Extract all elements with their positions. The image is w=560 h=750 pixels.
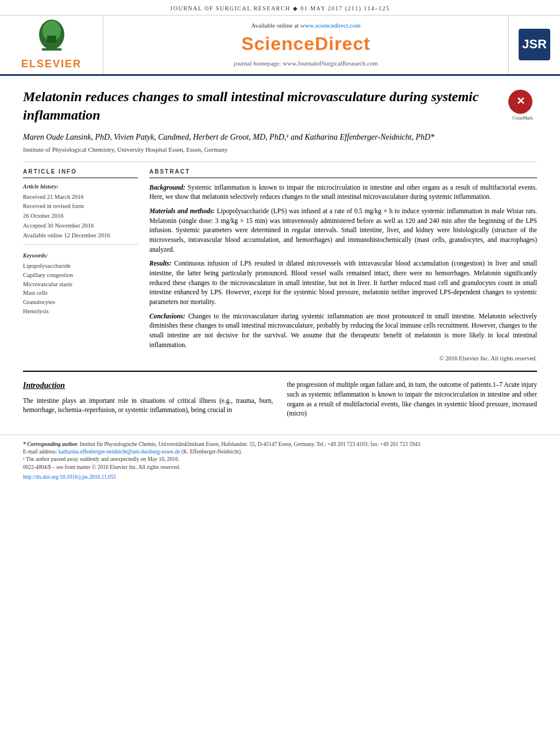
intro-right: the progression of multiple organ failur… [287,380,538,423]
revised-label: Received in revised form [23,202,138,211]
corresponding-label: * Corresponding author. [23,441,78,447]
authors: Maren Oude Lansink, PhD, Vivien Patyk, C… [23,131,537,143]
abstract-results: Results: Continuous infusion of LPS resu… [149,259,537,306]
license-text: 0022-4804/$ – see front matter © 2016 El… [23,464,537,471]
abstract-mm: Materials and methods: Lipopolysaccharid… [149,206,537,254]
elsevier-logo: ELSEVIER [21,18,82,71]
background-label: Background: [149,184,186,191]
article-title-row: Melatonin reduces changes to small intes… [23,87,537,125]
intro-heading: Introduction [23,380,273,391]
sd-url[interactable]: www.sciencedirect.com [300,22,361,29]
sd-homepage: journal homepage: www.JournalofSurgicalR… [234,59,378,68]
journal-header: JOURNAL OF SURGICAL RESEARCH ◆ 01 MAY 20… [0,0,560,16]
article-info-col: ARTICLE INFO Article history: Received 2… [23,168,138,363]
jsr-box: JSR [519,29,550,60]
intro-right-para: the progression of multiple organ failur… [287,380,538,418]
keyword-1: Lipopolysaccharide [23,262,138,271]
keyword-3: Microvascular stasis [23,280,138,289]
elsevier-tree-icon [26,18,78,53]
article-info-label: ARTICLE INFO [23,168,138,178]
main-content: Melatonin reduces changes to small intes… [0,76,560,434]
crossmark-area: ✕ CrossMark [508,90,537,121]
intro-left: Introduction The intestine plays an impo… [23,380,273,423]
keywords-section: Keywords: Lipopolysaccharide Capillary c… [23,252,138,316]
received-date: Received 21 March 2016 [23,193,138,202]
divider-thick [23,371,537,372]
keyword-2: Capillary congestion [23,271,138,280]
sd-center: Available online at www.sciencedirect.co… [103,16,508,74]
mm-label: Materials and methods: [149,207,215,214]
intro-left-para: The intestine plays an important role in… [23,396,273,415]
corresponding-text: Institut für Physiologische Chemie, Univ… [80,441,422,447]
copyright: © 2016 Elsevier Inc. All rights reserved… [149,355,537,363]
available-date: Available online 12 December 2016 [23,232,138,240]
article-info-abstract-row: ARTICLE INFO Article history: Received 2… [23,168,537,363]
abstract-label: ABSTRACT [149,168,537,178]
keyword-4: Mast cells [23,289,138,298]
footer: * Corresponding author. Institut für Phy… [0,434,560,487]
doi-link[interactable]: http://dx.doi.org/10.1016/j.jss.2016.11.… [23,474,537,481]
keyword-5: Granulocytes [23,298,138,307]
abstract-col: ABSTRACT Background: Systemic inflammati… [149,168,537,363]
keywords-label: Keywords: [23,252,138,260]
email-link[interactable]: katharina.effenberger-neidnicht@uni-duis… [59,449,180,455]
intro-section: Introduction The intestine plays an impo… [23,380,537,423]
divider-keywords [23,244,138,245]
divider-thin [23,161,537,162]
conclusions-label: Conclusions: [149,313,186,320]
email-line: E-mail address: katharina.effenberger-ne… [23,448,537,456]
elsevier-text: ELSEVIER [21,57,82,71]
corresponding-author: * Corresponding author. Institut für Phy… [23,441,537,448]
sd-brand: ScienceDirect [241,31,370,57]
email-suffix: (K. Effenberger-Neidnicht). [181,449,242,455]
journal-dot: ◆ [293,5,299,11]
keyword-6: Hemolysis [23,307,138,316]
crossmark-icon: ✕ [508,90,532,114]
crossmark-label: CrossMark [508,115,537,121]
svg-rect-4 [47,36,56,43]
journal-date: 01 MAY 2017 [300,5,343,11]
abstract-background: Background: Systemic inflammation is kno… [149,183,537,202]
sd-bar: ELSEVIER Available online at www.science… [0,16,560,76]
footnote1: ¹ The author passed away suddenly and un… [23,456,537,463]
sd-available-text: Available online at www.sciencedirect.co… [251,21,361,30]
accepted-date: Accepted 30 November 2016 [23,222,138,230]
revised-date: 26 October 2016 [23,212,138,221]
results-text: Continuous infusion of LPS resulted in d… [149,260,537,305]
history-label: Article history: [23,183,138,191]
background-text: Systemic inflammation is known to impair… [149,184,537,201]
sd-jsr-logo: JSR [508,16,560,74]
elsevier-logo-area: ELSEVIER [0,16,103,74]
results-label: Results: [149,260,171,267]
abstract-conclusions: Conclusions: Changes to the microvascula… [149,311,537,350]
affiliation: Institute of Physiological Chemistry, Un… [23,145,537,154]
journal-name: JOURNAL OF SURGICAL RESEARCH [170,5,290,11]
journal-pages: (211) 114–125 [345,5,390,11]
conclusions-text: Changes to the microvasculature during s… [149,313,537,348]
article-title: Melatonin reduces changes to small intes… [23,87,503,125]
email-label: E-mail address: [23,449,57,455]
